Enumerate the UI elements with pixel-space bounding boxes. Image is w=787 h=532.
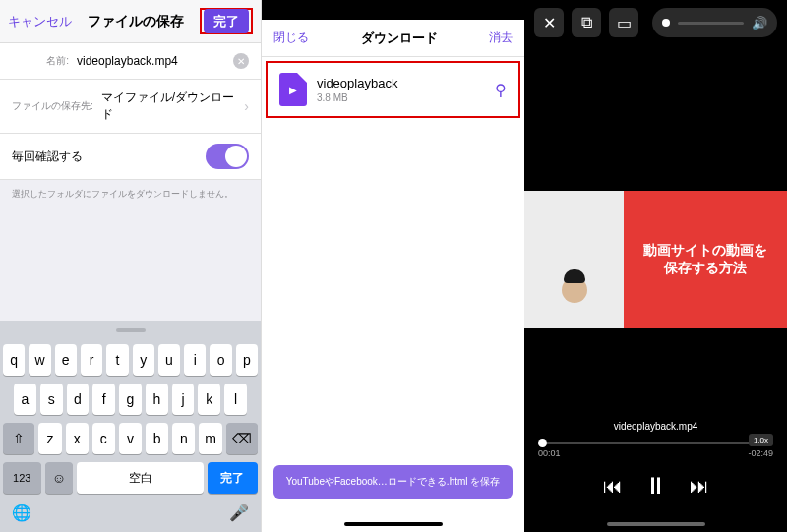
location-value: マイファイル/ダウンロード	[101, 89, 245, 123]
space-key[interactable]: 空白	[77, 462, 203, 494]
file-name: videoplayback	[317, 76, 397, 90]
downloads-panel: 閉じる ダウンロード 消去 ▶ videoplayback 3.8 MB ⚲ Y…	[262, 0, 524, 532]
key-u[interactable]: u	[158, 344, 180, 376]
pause-icon[interactable]: ⏸	[644, 472, 668, 500]
player-filename: videoplayback.mp4	[524, 421, 787, 432]
close-icon[interactable]: ✕	[534, 8, 564, 37]
download-item[interactable]: ▶ videoplayback 3.8 MB ⚲	[266, 61, 520, 118]
key-b[interactable]: b	[146, 423, 168, 454]
name-label: 名前:	[12, 54, 69, 68]
search-icon[interactable]: ⚲	[495, 81, 507, 99]
status-bar	[262, 0, 524, 20]
cast-icon[interactable]: ▭	[609, 8, 638, 37]
confirm-row: 毎回確認する	[0, 134, 261, 180]
scrub-track	[538, 442, 773, 444]
key-c[interactable]: c	[92, 423, 115, 454]
downloads-navbar: 閉じる ダウンロード 消去	[262, 20, 524, 57]
key-row-3: ⇧ z x c v b n m ⌫	[0, 419, 261, 458]
chevron-right-icon: ›	[244, 98, 249, 114]
key-i[interactable]: i	[184, 344, 206, 376]
key-m[interactable]: m	[199, 423, 221, 454]
playback-controls: ⏮ ⏸ ⏭	[524, 472, 787, 500]
video-thumbnail[interactable]: 動画サイトの動画を 保存する方法	[524, 191, 787, 328]
close-button[interactable]: 閉じる	[273, 30, 309, 46]
elapsed-time: 00:01	[538, 448, 561, 458]
time-labels: 00:01 -02:49	[524, 444, 787, 462]
video-player-panel: ✕ ⧉ ▭ 🔊 動画サイトの動画を 保存する方法 videoplayback.m…	[524, 0, 787, 532]
toast-message: YouTubeやFacebook…ロードできる.html を保存	[273, 465, 513, 499]
key-row-1: q w e r t y u i o p	[0, 340, 261, 380]
navbar: キャンセル ファイルの保存 完了	[0, 0, 261, 43]
numeric-key[interactable]: 123	[3, 462, 41, 494]
key-l[interactable]: l	[224, 384, 247, 415]
page-title: ファイルの保存	[88, 13, 184, 30]
mic-icon[interactable]: 🎤	[229, 503, 249, 522]
cancel-button[interactable]: キャンセル	[8, 13, 72, 30]
file-info: videoplayback 3.8 MB	[317, 76, 397, 103]
key-q[interactable]: q	[3, 344, 25, 376]
speed-badge[interactable]: 1.0x	[749, 434, 773, 446]
filename-input[interactable]: videoplayback.mp4	[77, 54, 233, 68]
key-g[interactable]: g	[119, 384, 142, 415]
key-d[interactable]: d	[67, 384, 90, 415]
key-e[interactable]: e	[55, 344, 77, 376]
volume-slider[interactable]: 🔊	[652, 8, 777, 37]
location-row[interactable]: ファイルの保存先: マイファイル/ダウンロード ›	[0, 80, 261, 134]
file-size: 3.8 MB	[317, 92, 397, 103]
pip-icon[interactable]: ⧉	[572, 8, 601, 37]
note-text: 選択したフォルダにファイルをダウンロードしません。	[0, 180, 261, 208]
key-j[interactable]: j	[172, 384, 195, 415]
globe-icon[interactable]: 🌐	[12, 503, 31, 522]
remaining-time: -02:49	[748, 448, 773, 458]
keyboard-done-key[interactable]: 完了	[208, 462, 258, 494]
confirm-toggle[interactable]	[206, 144, 249, 169]
key-t[interactable]: t	[106, 344, 128, 376]
volume-track	[678, 22, 744, 25]
key-n[interactable]: n	[172, 423, 195, 454]
key-row-4: 123 ☺ 空白 完了	[0, 458, 261, 498]
downloads-title: ダウンロード	[361, 30, 438, 47]
emoji-key[interactable]: ☺	[45, 462, 74, 494]
key-x[interactable]: x	[66, 423, 89, 454]
clear-icon[interactable]: ✕	[233, 53, 249, 69]
key-y[interactable]: y	[133, 344, 154, 376]
key-a[interactable]: a	[14, 384, 36, 415]
key-o[interactable]: o	[210, 344, 231, 376]
home-indicator[interactable]	[344, 522, 443, 526]
key-row-2: a s d f g h j k l	[0, 380, 261, 419]
key-f[interactable]: f	[92, 384, 115, 415]
thumbnail-person	[524, 191, 624, 328]
key-w[interactable]: w	[29, 344, 50, 376]
confirm-label: 毎回確認する	[12, 148, 83, 165]
location-label: ファイルの保存先:	[12, 99, 93, 113]
done-button[interactable]: 完了	[204, 9, 249, 33]
shift-key[interactable]: ⇧	[3, 423, 34, 454]
key-z[interactable]: z	[38, 423, 61, 454]
keyboard-handle[interactable]	[116, 328, 146, 332]
video-file-icon: ▶	[279, 73, 307, 106]
next-track-icon[interactable]: ⏭	[690, 475, 709, 498]
prev-track-icon[interactable]: ⏮	[603, 475, 623, 498]
clear-button[interactable]: 消去	[489, 30, 513, 46]
key-h[interactable]: h	[146, 384, 168, 415]
key-p[interactable]: p	[236, 344, 258, 376]
scrub-thumb[interactable]	[538, 439, 547, 447]
thumb-line2: 保存する方法	[664, 260, 747, 277]
volume-thumb[interactable]	[662, 19, 670, 27]
thumbnail-text: 動画サイトの動画を 保存する方法	[624, 191, 787, 328]
save-file-panel: キャンセル ファイルの保存 完了 名前: videoplayback.mp4 ✕…	[0, 0, 262, 532]
delete-key[interactable]: ⌫	[226, 423, 258, 454]
keyboard-bottom: 🌐 🎤	[0, 498, 261, 532]
highlight-box: 完了	[200, 8, 253, 34]
key-v[interactable]: v	[119, 423, 142, 454]
scrubber[interactable]: 1.0x	[538, 442, 773, 444]
home-indicator[interactable]	[607, 522, 705, 526]
key-s[interactable]: s	[40, 384, 63, 415]
player-top-bar: ✕ ⧉ ▭ 🔊	[524, 0, 787, 45]
key-r[interactable]: r	[81, 344, 102, 376]
keyboard: q w e r t y u i o p a s d f g h j k l ⇧ …	[0, 321, 261, 532]
key-k[interactable]: k	[198, 384, 220, 415]
thumb-line1: 動画サイトの動画を	[643, 242, 767, 260]
filename-row[interactable]: 名前: videoplayback.mp4 ✕	[0, 43, 261, 80]
speaker-icon: 🔊	[752, 16, 767, 30]
